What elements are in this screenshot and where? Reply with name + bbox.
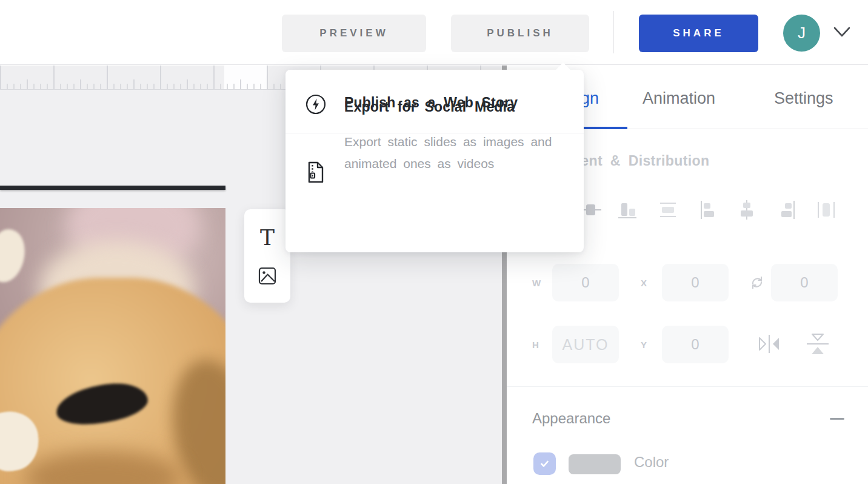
tab-settings[interactable]: Settings bbox=[774, 89, 833, 108]
image-tool-icon[interactable] bbox=[258, 266, 277, 286]
appearance-section-divider bbox=[507, 386, 868, 387]
rotation-icon bbox=[750, 275, 764, 290]
app-root: T Design Animation Settings Alignment & … bbox=[0, 0, 868, 484]
flip-vertical-icon[interactable] bbox=[804, 332, 831, 357]
avatar[interactable]: J bbox=[783, 15, 820, 52]
distribute-vertical-icon[interactable] bbox=[657, 199, 679, 221]
width-field[interactable]: 0 bbox=[552, 264, 619, 301]
publish-button[interactable]: PUBLISH bbox=[451, 15, 589, 52]
zip-file-icon bbox=[306, 161, 326, 184]
align-center-icon[interactable] bbox=[736, 199, 758, 221]
menu-item-description: Export static slides as images and anima… bbox=[344, 131, 560, 175]
element-toolbar: T bbox=[244, 209, 290, 303]
menu-item-label: Export for Social Media bbox=[344, 99, 515, 115]
align-bottom-icon[interactable] bbox=[616, 199, 638, 221]
appearance-section-title: Appearance bbox=[532, 410, 610, 427]
tab-animation[interactable]: Animation bbox=[643, 89, 715, 108]
color-label: Color bbox=[634, 454, 669, 471]
y-label: Y bbox=[641, 340, 647, 350]
x-label: X bbox=[641, 278, 647, 288]
lightning-circle-icon bbox=[305, 93, 327, 115]
collapse-section-icon[interactable] bbox=[830, 418, 844, 420]
distribute-horizontal-icon[interactable] bbox=[815, 199, 837, 221]
share-button[interactable]: SHARE bbox=[639, 15, 758, 52]
canvas-photo-dog[interactable] bbox=[0, 208, 225, 484]
header-divider bbox=[613, 11, 614, 53]
color-swatch[interactable] bbox=[569, 454, 621, 474]
align-left-icon[interactable] bbox=[698, 199, 720, 221]
flip-horizontal-icon[interactable] bbox=[756, 334, 782, 354]
rotation-field[interactable]: 0 bbox=[771, 264, 838, 301]
text-tool-icon[interactable]: T bbox=[260, 227, 275, 249]
height-label: H bbox=[532, 340, 539, 350]
color-checkbox[interactable] bbox=[533, 452, 556, 475]
align-right-icon[interactable] bbox=[775, 199, 797, 221]
publish-dropdown: Publish as a Web Story Export for Social… bbox=[285, 70, 584, 252]
chevron-down-icon[interactable] bbox=[833, 25, 851, 39]
y-field[interactable]: 0 bbox=[662, 326, 729, 363]
height-field[interactable]: AUTO bbox=[552, 326, 619, 363]
check-icon bbox=[539, 458, 550, 469]
width-label: W bbox=[532, 278, 541, 288]
top-bar: PREVIEW PUBLISH SHARE J bbox=[0, 0, 868, 65]
canvas-divider-element[interactable] bbox=[0, 186, 225, 190]
x-field[interactable]: 0 bbox=[662, 264, 729, 301]
preview-button[interactable]: PREVIEW bbox=[282, 15, 426, 52]
